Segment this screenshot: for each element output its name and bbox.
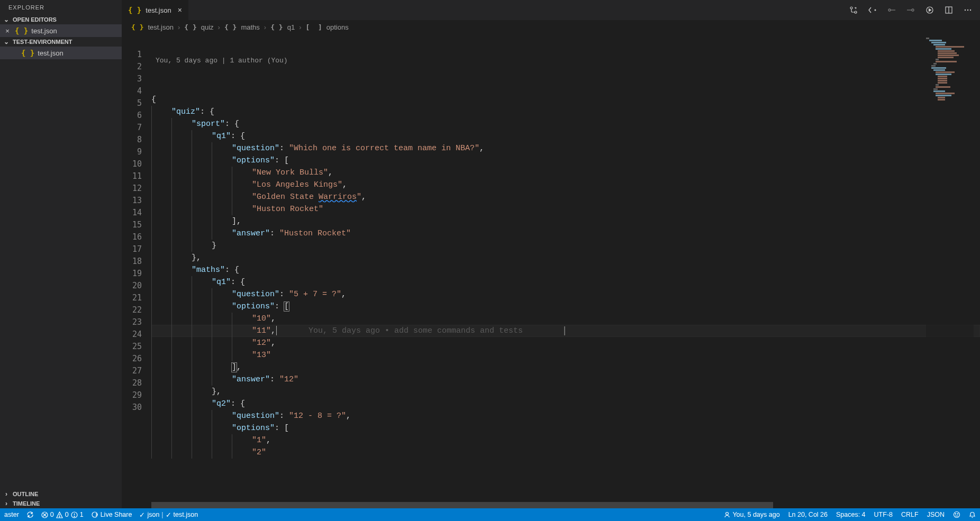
code-line[interactable]: } — [151, 240, 980, 252]
sidebar: EXPLORER ⌄ OPEN EDITORS × { } test.json … — [0, 0, 122, 508]
code-line[interactable]: }, — [151, 252, 980, 264]
code-line[interactable]: "12", — [151, 337, 980, 349]
svg-point-26 — [957, 514, 958, 514]
status-encoding[interactable]: UTF-8 — [874, 511, 893, 518]
brace-icon: { } — [270, 23, 283, 31]
code-line[interactable]: "answer": "12" — [151, 373, 980, 386]
svg-point-18 — [59, 516, 60, 517]
tab-label: test.json — [146, 6, 171, 14]
minimap[interactable] — [926, 34, 974, 508]
timeline-label: TIMELINE — [13, 500, 40, 507]
code-line[interactable]: "11",You, 5 days ago • add some commands… — [151, 325, 980, 337]
breadcrumb[interactable]: { } test.json › { } quiz › { } maths › {… — [122, 20, 980, 34]
breadcrumb-segment[interactable]: test.json — [148, 23, 173, 31]
breadcrumb-segment[interactable]: maths — [241, 23, 259, 31]
code-line[interactable]: "Golden State Warriros", — [151, 191, 980, 203]
go-back-icon[interactable] — [868, 5, 877, 15]
svg-point-3 — [888, 9, 891, 11]
line-number-gutter: 1234567891011121314151617181920212223242… — [122, 34, 151, 508]
breadcrumb-segment[interactable]: q1 — [287, 23, 295, 31]
code-line[interactable]: "question": "Which one is correct team n… — [151, 142, 980, 154]
chevron-down-icon: ⌄ — [2, 38, 11, 45]
status-language[interactable]: JSON — [927, 511, 945, 518]
chevron-right-icon: › — [2, 500, 11, 507]
workspace-label: TEST-ENVIRONMENT — [13, 39, 72, 45]
status-cursor-position[interactable]: Ln 20, Col 26 — [788, 511, 828, 518]
close-icon[interactable]: × — [3, 27, 12, 35]
status-notifications-icon[interactable] — [969, 511, 976, 518]
codelens-authors[interactable]: You, 5 days ago | 1 author (You) — [151, 54, 980, 67]
code-line[interactable]: "q2": { — [151, 398, 980, 410]
code-line[interactable]: "Huston Rocket" — [151, 203, 980, 215]
code-line[interactable]: }, — [151, 386, 980, 398]
code-line[interactable]: "Los Angeles Kings", — [151, 179, 980, 191]
open-editors-label: OPEN EDITORS — [13, 16, 57, 23]
status-blame[interactable]: You, 5 days ago — [724, 511, 779, 518]
tabs-row: { } test.json × — [122, 0, 980, 20]
chevron-right-icon: › — [264, 23, 266, 31]
json-file-icon: { } — [131, 23, 143, 31]
code-line[interactable]: "options": [ — [151, 300, 980, 313]
code-line[interactable]: "question": "5 + 7 = ?", — [151, 288, 980, 300]
tab-test-json[interactable]: { } test.json × — [122, 0, 189, 20]
svg-point-1 — [855, 11, 857, 13]
code-line[interactable]: "New York Bulls", — [151, 167, 980, 179]
code-line[interactable]: "question": "12 - 8 = ?", — [151, 410, 980, 422]
svg-point-2 — [875, 10, 876, 11]
close-icon[interactable]: × — [178, 6, 182, 14]
status-feedback-icon[interactable] — [953, 511, 960, 518]
code-line[interactable]: "options": [ — [151, 422, 980, 434]
status-liveshare[interactable]: Live Share — [91, 511, 132, 518]
code-line[interactable]: "q1": { — [151, 276, 980, 288]
split-editor-icon[interactable] — [944, 5, 954, 15]
code-line[interactable]: "maths": { — [151, 264, 980, 276]
json-file-icon: { } — [128, 6, 141, 14]
outline-section[interactable]: › OUTLINE — [0, 489, 122, 499]
status-problems[interactable]: 0 0 1 — [41, 511, 84, 518]
editor-title-actions — [849, 5, 980, 15]
json-file-icon: { } — [15, 26, 28, 35]
status-eol[interactable]: CRLF — [901, 511, 919, 518]
code-line[interactable]: "10", — [151, 313, 980, 325]
code-line[interactable]: ], — [151, 361, 980, 373]
svg-point-21 — [74, 516, 75, 516]
run-icon[interactable] — [925, 5, 934, 15]
code-line[interactable]: "quiz": { — [151, 106, 980, 118]
open-editors-section[interactable]: ⌄ OPEN EDITORS — [0, 15, 122, 24]
svg-point-24 — [954, 512, 960, 518]
code-line[interactable]: "answer": "Huston Rocket" — [151, 227, 980, 240]
commit-next-icon[interactable] — [906, 5, 915, 15]
brace-icon: { } — [184, 23, 196, 31]
more-actions-icon[interactable] — [963, 5, 973, 15]
status-spaces[interactable]: Spaces: 4 — [836, 511, 866, 518]
commit-prev-icon[interactable] — [887, 5, 896, 15]
code-line[interactable]: "1", — [151, 434, 980, 446]
horizontal-scrollbar[interactable] — [151, 502, 980, 508]
code-line[interactable]: "options": [ — [151, 154, 980, 167]
workspace-filename: test.json — [38, 49, 63, 57]
code-line[interactable]: ], — [151, 215, 980, 227]
svg-point-11 — [967, 10, 968, 11]
brace-icon: { } — [224, 23, 237, 31]
status-sync[interactable] — [26, 511, 34, 518]
svg-point-23 — [726, 513, 729, 515]
editor-body[interactable]: 1234567891011121314151617181920212223242… — [122, 34, 980, 508]
bracket-icon: [ ] — [305, 23, 322, 31]
open-editor-item[interactable]: × { } test.json — [0, 24, 122, 37]
status-branch[interactable]: aster — [4, 511, 19, 518]
code-line[interactable]: "sport": { — [151, 118, 980, 130]
workspace-section[interactable]: ⌄ TEST-ENVIRONMENT — [0, 37, 122, 47]
chevron-right-icon: › — [178, 23, 180, 31]
code-line[interactable]: "2" — [151, 446, 980, 459]
svg-point-0 — [850, 7, 852, 9]
code-line[interactable]: "q1": { — [151, 130, 980, 142]
code-line[interactable]: "13" — [151, 349, 980, 361]
status-formatter[interactable]: ✓json | ✓test.json — [139, 511, 198, 519]
workspace-file-item[interactable]: { } test.json — [0, 47, 122, 59]
breadcrumb-segment[interactable]: quiz — [201, 23, 214, 31]
compare-changes-icon[interactable] — [849, 5, 858, 15]
breadcrumb-segment[interactable]: options — [326, 23, 349, 31]
code-area[interactable]: You, 5 days ago | 1 author (You) {"quiz"… — [151, 34, 980, 508]
code-line[interactable]: { — [151, 94, 980, 106]
timeline-section[interactable]: › TIMELINE — [0, 499, 122, 508]
